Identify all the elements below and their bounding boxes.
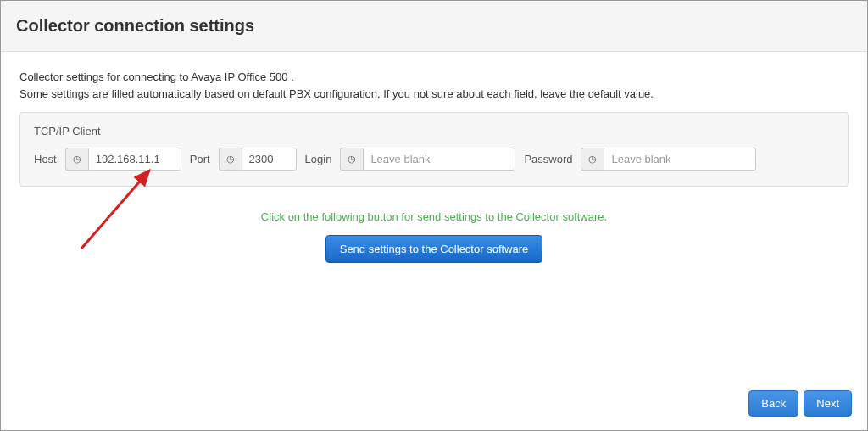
- description-line-1: Collector settings for connecting to Ava…: [19, 69, 849, 86]
- field-row: Host ◷ Port ◷ Login ◷ Password ◷: [34, 148, 834, 171]
- password-input[interactable]: [604, 148, 756, 171]
- port-input[interactable]: [242, 148, 297, 171]
- login-label: Login: [305, 153, 332, 165]
- footer-buttons: Back Next: [748, 390, 852, 417]
- host-input-group: ◷: [65, 148, 181, 171]
- page-title: Collector connection settings: [16, 16, 852, 36]
- send-button-wrap: Send settings to the Collector software: [19, 235, 849, 263]
- clock-icon: ◷: [219, 148, 242, 171]
- host-label: Host: [34, 153, 57, 165]
- tcp-ip-panel: TCP/IP Client Host ◷ Port ◷ Login ◷ Pass…: [19, 112, 849, 187]
- hint-text: Click on the following button for send s…: [19, 210, 849, 223]
- back-button[interactable]: Back: [748, 390, 798, 417]
- send-settings-button[interactable]: Send settings to the Collector software: [326, 235, 543, 263]
- content-area: Collector settings for connecting to Ava…: [1, 52, 867, 280]
- next-button[interactable]: Next: [804, 390, 852, 417]
- description-text: Collector settings for connecting to Ava…: [19, 69, 849, 102]
- host-input[interactable]: [88, 148, 181, 171]
- description-line-2: Some settings are filled automatically b…: [19, 86, 849, 103]
- panel-title: TCP/IP Client: [34, 125, 834, 137]
- port-label: Port: [190, 153, 210, 165]
- password-input-group: ◷: [581, 148, 756, 171]
- clock-icon: ◷: [340, 148, 363, 171]
- login-input-group: ◷: [340, 148, 515, 171]
- password-label: Password: [524, 153, 572, 165]
- clock-icon: ◷: [65, 148, 88, 171]
- port-input-group: ◷: [219, 148, 297, 171]
- page-header: Collector connection settings: [1, 1, 867, 52]
- login-input[interactable]: [363, 148, 515, 171]
- clock-icon: ◷: [581, 148, 604, 171]
